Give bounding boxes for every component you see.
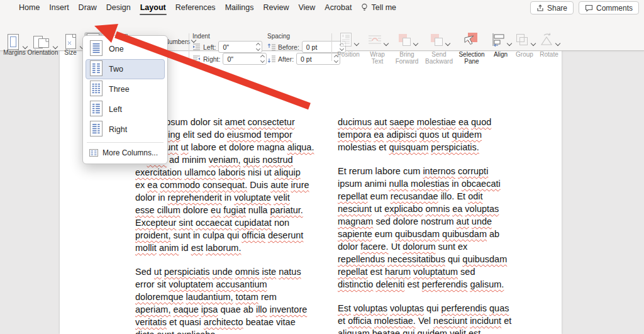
misspelled-word: aliqua. — [287, 142, 314, 152]
tab-references[interactable]: References — [175, 3, 216, 12]
misspelled-word: doloremque — [135, 292, 184, 302]
document-line: esse cillum dolore eu fugiat nulla paria… — [135, 204, 324, 216]
indent-left-label: Left: — [203, 43, 216, 51]
misspelled-word: dolorum — [402, 242, 435, 252]
group-separator — [189, 33, 189, 61]
misspelled-word: quis — [243, 155, 260, 165]
share-button[interactable]: Share — [530, 1, 574, 14]
document-line: Est voluptas voluptas qui perferendis qu… — [338, 302, 526, 315]
tab-acrobat[interactable]: Acrobat — [325, 3, 352, 12]
comments-button[interactable]: Comments — [579, 1, 639, 14]
align-button[interactable]: Align — [488, 32, 513, 58]
indent-left-icon — [192, 43, 201, 50]
doc-column-2: ducimus aut saepe molestiae ea quodtempo… — [338, 116, 526, 334]
misspelled-word: harum — [385, 267, 411, 277]
misspelled-word: quisquam — [389, 142, 428, 152]
chevron-down-icon — [170, 52, 175, 57]
document-line: mollit anim id est laborum. — [135, 242, 324, 254]
columns-right-icon — [90, 121, 103, 138]
misspelled-word: laborum. — [206, 243, 241, 253]
document-line: doloremque laudantium, totam rem — [135, 291, 324, 303]
tell-me-label: Tell me — [371, 3, 396, 12]
misspelled-word: voluptate — [234, 192, 271, 203]
misspelled-word: quibusdam — [442, 229, 487, 239]
size-label: Size — [58, 49, 83, 56]
misspelled-word: molestias — [411, 179, 449, 189]
menu-item-three[interactable]: Three — [86, 79, 165, 99]
document-line: Sed ut perspiciatis unde omnis iste natu… — [135, 265, 324, 278]
spacing-after-icon — [267, 55, 275, 63]
misspelled-word: quibusdam — [395, 229, 440, 239]
document-line: dicta sunt explicabo. — [135, 328, 324, 334]
tab-tell-me[interactable]: Tell me — [361, 3, 396, 12]
tab-mailings[interactable]: Mailings — [225, 3, 254, 12]
misspelled-word: explicabo. — [177, 330, 218, 334]
tab-review[interactable]: Review — [263, 3, 289, 12]
spacing-group-title: Spacing — [267, 33, 290, 40]
margins-icon — [5, 33, 21, 50]
document-line: nesciunt ut explicabo omnis ea voluptas — [338, 203, 526, 215]
menu-item-one[interactable]: One — [86, 39, 165, 59]
tab-design[interactable]: Design — [106, 3, 131, 12]
misspelled-word: consectetur — [248, 117, 295, 127]
misspelled-word: eaque — [173, 304, 198, 315]
misspelled-word: ea — [147, 180, 157, 190]
group-objects-icon — [514, 32, 530, 47]
tab-home[interactable]: Home — [19, 3, 40, 12]
misspelled-word: ullamco — [184, 167, 216, 177]
tab-view[interactable]: View — [298, 3, 315, 12]
misspelled-word: repellat — [338, 267, 368, 277]
misspelled-word: inventore — [270, 304, 308, 315]
misspelled-word: quidem — [418, 328, 448, 334]
menu-item-more-columns[interactable]: More Columns... — [86, 145, 165, 160]
stepper[interactable] — [257, 43, 260, 50]
document-line: exercitation ullamco laboris nisi ut ali… — [135, 166, 324, 179]
size-icon — [64, 33, 79, 50]
indent-left-input[interactable]: 0" — [218, 41, 262, 53]
stepper[interactable] — [261, 55, 265, 62]
document-line: ex ea commodo consequat. Duis aute irure — [135, 179, 324, 191]
misspelled-word: aliquam — [338, 328, 370, 334]
document-line: repellat eum recusandae illo. Et odit — [338, 190, 526, 203]
misspelled-word: ea — [452, 204, 462, 214]
tab-draw[interactable]: Draw — [79, 3, 97, 12]
menu-item-right[interactable]: Right — [86, 120, 165, 140]
send-backward-icon — [429, 32, 444, 47]
misspelled-word: commodo — [160, 180, 201, 190]
misspelled-word: accusantium — [216, 279, 267, 289]
misspelled-word: odit — [468, 191, 482, 201]
align-icon — [491, 32, 506, 47]
misspelled-word: proident, — [135, 230, 170, 240]
misspelled-word: obcaecati — [462, 179, 501, 189]
misspelled-word: tempor — [264, 130, 292, 140]
misspelled-word: deserunt — [268, 230, 303, 240]
indent-right-icon — [192, 55, 201, 62]
tab-layout[interactable]: Layout — [140, 3, 166, 12]
misspelled-word: ut — [180, 142, 188, 152]
misspelled-word: explicabo — [384, 204, 423, 214]
misspelled-word: omnis — [235, 267, 260, 277]
misspelled-word: repellat — [338, 191, 368, 201]
menu-item-left[interactable]: Left — [86, 99, 165, 120]
misspelled-word: unde — [213, 267, 233, 277]
menu-item-two[interactable]: Two — [86, 59, 165, 79]
document-line: et officia molestiae. Vel nesciunt incid… — [338, 315, 526, 327]
misspelled-word: aut — [457, 216, 469, 226]
misspelled-word: officia — [242, 230, 265, 240]
misspelled-word: corrupti — [458, 166, 488, 176]
misspelled-word: tempora — [338, 130, 371, 140]
selection-pane-button[interactable]: Selection Pane — [455, 32, 488, 65]
misspelled-word: consequat. — [203, 180, 247, 190]
misspelled-word: ut — [154, 267, 162, 277]
misspelled-word: velit — [274, 192, 290, 203]
tab-insert[interactable]: Insert — [49, 3, 69, 12]
menu-separator — [87, 142, 164, 143]
indent-right-input[interactable]: 0" — [223, 53, 267, 65]
document-line: molestias et quisquam perspiciatis. — [338, 141, 526, 153]
misspelled-word: ducimus — [338, 117, 372, 127]
misspelled-word: cupidatat — [235, 218, 272, 228]
document-line: dolor in reprehenderit in voluptate veli… — [135, 191, 324, 204]
misspelled-word: irure — [291, 180, 309, 190]
misspelled-word: aut — [374, 117, 387, 127]
misspelled-word: mollit — [135, 243, 157, 253]
